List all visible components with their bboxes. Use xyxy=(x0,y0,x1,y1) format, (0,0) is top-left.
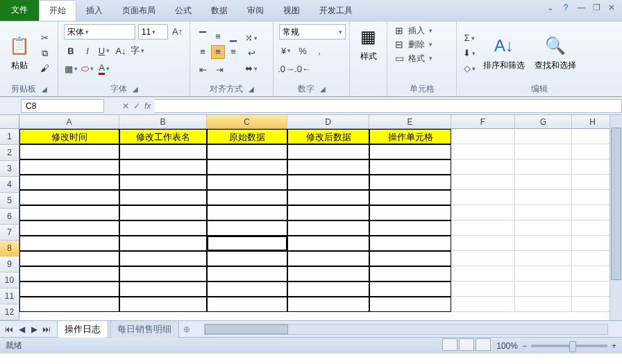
cell[interactable] xyxy=(515,205,572,220)
cell[interactable] xyxy=(451,220,515,236)
cell[interactable] xyxy=(572,251,614,266)
cell[interactable] xyxy=(572,190,614,205)
font-name-select[interactable]: 宋体▾ xyxy=(64,24,135,40)
cell[interactable] xyxy=(207,236,287,251)
cell[interactable] xyxy=(369,236,451,251)
cell[interactable]: 修改时间 xyxy=(19,129,119,144)
cell[interactable] xyxy=(451,129,515,144)
autosum-icon[interactable]: Σ▾ xyxy=(462,31,476,45)
bold-button[interactable]: B xyxy=(64,44,78,58)
cell[interactable] xyxy=(451,190,515,205)
decrease-decimal-icon[interactable]: .0← xyxy=(296,62,310,76)
row-header[interactable]: 3 xyxy=(0,161,19,177)
cell[interactable] xyxy=(572,297,614,312)
tab-review[interactable]: 审阅 xyxy=(237,1,274,21)
cell[interactable]: 修改工作表名 xyxy=(119,129,207,144)
cell[interactable] xyxy=(515,144,572,159)
cell[interactable] xyxy=(369,175,451,190)
cell[interactable] xyxy=(207,205,287,220)
accounting-icon[interactable]: ¥▾ xyxy=(279,44,293,58)
tab-file[interactable]: 文件 xyxy=(0,0,39,21)
page-break-view-icon[interactable] xyxy=(476,338,491,351)
cell[interactable] xyxy=(369,220,451,236)
row-header[interactable]: 9 xyxy=(0,257,19,272)
cell[interactable] xyxy=(515,175,572,190)
increase-decimal-icon[interactable]: .0→ xyxy=(279,62,293,76)
cell[interactable] xyxy=(287,144,369,159)
sheet-last-icon[interactable]: ⏭ xyxy=(40,324,53,334)
tab-insert[interactable]: 插入 xyxy=(76,1,112,21)
cell[interactable] xyxy=(19,236,119,251)
cell[interactable] xyxy=(207,281,287,297)
cell[interactable] xyxy=(287,220,369,236)
cell[interactable] xyxy=(119,266,207,281)
col-header[interactable]: A xyxy=(19,115,119,129)
zoom-level[interactable]: 100% xyxy=(496,341,518,351)
align-left-icon[interactable]: ≡ xyxy=(196,45,210,59)
cell[interactable] xyxy=(515,220,572,236)
cell[interactable] xyxy=(287,251,369,266)
tab-home[interactable]: 开始 xyxy=(39,0,76,21)
align-right-icon[interactable]: ≡ xyxy=(226,45,240,59)
formula-bar[interactable] xyxy=(155,99,622,113)
window-close-icon[interactable]: ✕ xyxy=(605,3,618,12)
col-header[interactable]: G xyxy=(515,115,572,129)
cell[interactable] xyxy=(572,281,614,297)
number-format-select[interactable]: 常规▾ xyxy=(279,24,346,40)
new-sheet-icon[interactable]: ⊕ xyxy=(183,324,190,334)
sheet-first-icon[interactable]: ⏮ xyxy=(3,324,15,334)
clipboard-launcher[interactable]: ◢ xyxy=(42,85,47,93)
col-header[interactable]: E xyxy=(369,115,451,129)
cell[interactable] xyxy=(515,129,572,144)
cell[interactable] xyxy=(19,205,119,220)
cells-insert-button[interactable]: ⊞插入▾ xyxy=(393,24,451,37)
cell[interactable] xyxy=(19,297,119,312)
row-header[interactable]: 2 xyxy=(0,145,19,161)
align-center-icon[interactable]: ≡ xyxy=(211,45,225,59)
cell[interactable] xyxy=(207,190,287,205)
enter-formula-icon[interactable]: ✓ xyxy=(133,101,140,111)
cell[interactable] xyxy=(451,251,515,266)
cell[interactable] xyxy=(369,266,451,281)
col-header[interactable]: D xyxy=(287,115,369,129)
paste-button[interactable]: 📋 粘贴 xyxy=(6,33,33,73)
font-launcher[interactable]: ◢ xyxy=(133,85,138,93)
number-launcher[interactable]: ◢ xyxy=(320,85,326,93)
cell[interactable] xyxy=(287,205,369,220)
cell[interactable] xyxy=(287,266,369,281)
cell[interactable] xyxy=(207,175,287,190)
wrap-text-icon[interactable]: ↩ xyxy=(244,46,258,60)
cell[interactable] xyxy=(19,144,119,159)
cell[interactable] xyxy=(287,297,369,312)
cell[interactable] xyxy=(287,175,369,190)
name-box[interactable]: C8 xyxy=(21,99,104,113)
sheet-prev-icon[interactable]: ◀ xyxy=(15,324,28,334)
clear-icon[interactable]: ◇▾ xyxy=(462,62,476,76)
merge-center-icon[interactable]: ⬌▾ xyxy=(244,62,258,76)
align-middle-icon[interactable]: ≡ xyxy=(211,30,225,44)
align-launcher[interactable]: ◢ xyxy=(249,85,254,93)
tab-layout[interactable]: 页面布局 xyxy=(112,1,165,21)
comma-icon[interactable]: , xyxy=(312,44,326,58)
fill-icon[interactable]: ⬇▾ xyxy=(462,46,476,60)
cell[interactable] xyxy=(572,220,614,236)
ribbon-minimize-icon[interactable]: ⌄ xyxy=(544,3,557,12)
cell[interactable] xyxy=(451,297,515,312)
col-header[interactable]: B xyxy=(119,115,207,129)
cell[interactable] xyxy=(515,190,572,205)
row-header[interactable]: 4 xyxy=(0,177,19,193)
cell[interactable] xyxy=(515,266,572,281)
cell[interactable] xyxy=(287,190,369,205)
cell[interactable] xyxy=(119,159,207,175)
cell[interactable] xyxy=(119,220,207,236)
cell[interactable] xyxy=(572,144,614,159)
align-top-icon[interactable]: ▔ xyxy=(196,30,210,44)
cell[interactable] xyxy=(369,297,451,312)
sheet-next-icon[interactable]: ▶ xyxy=(28,324,40,334)
cell[interactable] xyxy=(369,190,451,205)
cell[interactable] xyxy=(119,144,207,159)
zoom-slider[interactable] xyxy=(531,345,607,347)
cell[interactable] xyxy=(287,281,369,297)
cell[interactable] xyxy=(572,175,614,190)
cell[interactable] xyxy=(19,220,119,236)
